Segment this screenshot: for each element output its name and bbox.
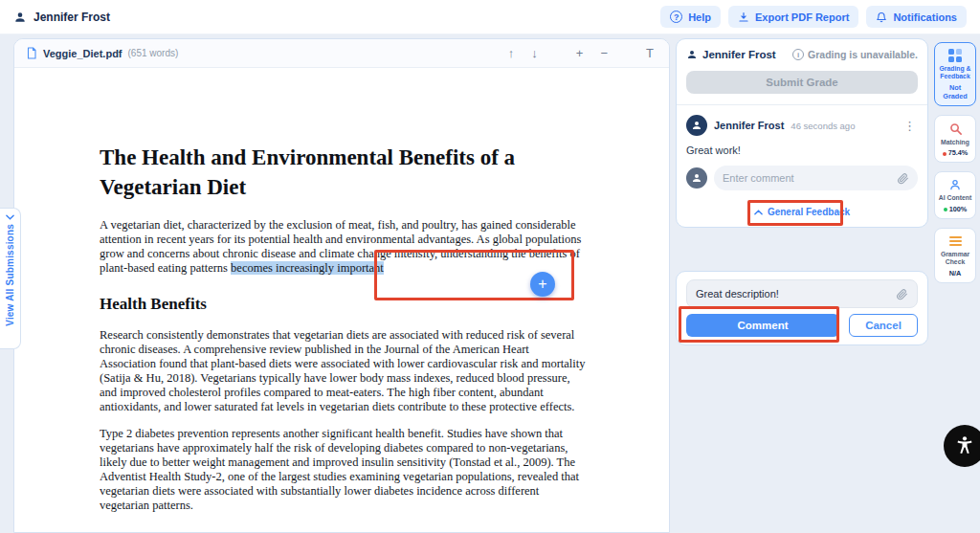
comment-input-pill	[714, 166, 918, 190]
help-button[interactable]: ? Help	[660, 6, 721, 28]
rail-item-ai-content[interactable]: AI Content 100%	[934, 171, 976, 218]
document-panel: Veggie_Diet.pdf (651 words) ↑ ↓ + − T Th…	[13, 38, 670, 533]
document-paragraph-3: Type 2 diabetes prevention represents an…	[100, 427, 587, 513]
rail-label: AI Content	[937, 194, 973, 202]
magnifier-icon	[937, 122, 973, 136]
new-comment-card: Comment Cancel	[676, 271, 928, 345]
ai-person-icon	[937, 178, 973, 191]
matching-status-dot	[943, 152, 947, 156]
text-selection-highlight[interactable]: becomes increasingly important	[231, 261, 384, 275]
rail-label: Grammar Check	[937, 251, 973, 267]
rail-item-matching[interactable]: Matching 75.4%	[934, 115, 976, 163]
download-icon	[738, 11, 749, 23]
document-title: The Health and Environmental Benefits of…	[100, 143, 587, 202]
accessibility-icon	[953, 434, 976, 457]
comment-menu-button[interactable]: ⋮	[902, 120, 918, 132]
help-label: Help	[688, 11, 711, 23]
view-all-submissions-label: View All Submissions	[5, 224, 15, 326]
help-icon: ?	[670, 11, 682, 23]
grading-feedback-card: Jennifer Frost i Grading is unavailable.…	[676, 38, 928, 228]
user-icon	[13, 11, 27, 24]
document-tools: ↑ ↓ + − T	[504, 46, 657, 60]
comment-text: Great work!	[686, 144, 918, 156]
submit-grade-button[interactable]: Submit Grade	[686, 71, 918, 94]
zoom-out-button[interactable]: −	[596, 46, 612, 60]
grading-status-text: Grading is unavailable.	[808, 49, 918, 60]
current-user-avatar	[686, 167, 707, 189]
paperclip-icon[interactable]	[897, 172, 909, 185]
rail-label: Matching	[937, 139, 973, 146]
chevron-down-icon	[6, 214, 14, 220]
comment-input[interactable]	[723, 172, 891, 184]
text-tool-button[interactable]: T	[642, 46, 657, 60]
comment-header: Jennifer Frost 46 seconds ago ⋮	[686, 115, 918, 136]
document-word-count: (651 words)	[128, 48, 179, 58]
rail-value: 100%	[937, 205, 973, 213]
topbar: Jennifer Frost ? Help Export PDF Report …	[0, 0, 980, 34]
cancel-button[interactable]: Cancel	[849, 314, 918, 337]
user-menu[interactable]: Jennifer Frost	[13, 11, 110, 24]
export-label: Export PDF Report	[755, 11, 849, 23]
comment-button[interactable]: Comment	[686, 314, 839, 337]
comment-input-row	[686, 166, 918, 190]
rail-value: N/A	[937, 269, 973, 278]
general-feedback-toggle[interactable]: General Feedback	[686, 207, 918, 217]
topbar-user-name: Jennifer Frost	[33, 11, 110, 24]
chevron-up-icon	[754, 210, 763, 215]
notifications-button[interactable]: Notifications	[866, 6, 967, 28]
scroll-up-button[interactable]: ↑	[504, 46, 519, 60]
rail-value: Not Graded	[937, 83, 973, 100]
bell-icon	[876, 11, 887, 23]
add-comment-plus-button[interactable]: +	[530, 272, 555, 297]
export-pdf-report-button[interactable]: Export PDF Report	[728, 6, 858, 28]
info-icon: i	[792, 49, 804, 60]
new-comment-actions: Comment Cancel	[686, 314, 918, 337]
topbar-actions: ? Help Export PDF Report Notifications	[660, 6, 967, 28]
document-paragraph-2: Research consistently demonstrates that …	[100, 328, 587, 414]
tools-rail: Grading & Feedback Not Graded Matching 7…	[934, 42, 976, 292]
rail-value: 75.4%	[937, 148, 973, 157]
zoom-in-button[interactable]: +	[572, 46, 588, 60]
accessibility-button[interactable]	[944, 425, 980, 467]
document-paragraph-1: A vegetarian diet, characterized by the …	[100, 218, 587, 276]
comment-timestamp: 46 seconds ago	[791, 121, 855, 131]
comment-author-name: Jennifer Frost	[714, 120, 784, 131]
rail-item-grammar-check[interactable]: Grammar Check N/A	[934, 228, 976, 283]
document-heading-health-benefits: Health Benefits	[100, 295, 587, 314]
rail-item-grading-feedback[interactable]: Grading & Feedback Not Graded	[934, 42, 976, 106]
paperclip-icon[interactable]	[896, 288, 908, 300]
document-filename: Veggie_Diet.pdf	[43, 48, 122, 59]
grammar-list-icon	[937, 234, 973, 248]
document-toolbar: Veggie_Diet.pdf (651 words) ↑ ↓ + − T	[14, 39, 669, 68]
ai-status-dot	[944, 208, 947, 211]
rail-label: Grading & Feedback	[937, 65, 973, 81]
grader-name: Jennifer Frost	[702, 49, 776, 60]
document-content: The Health and Environmental Benefits of…	[14, 68, 669, 513]
scroll-down-button[interactable]: ↓	[527, 46, 542, 60]
comment-author-avatar	[686, 115, 707, 136]
pdf-file-icon	[26, 47, 37, 59]
divider	[677, 104, 927, 105]
view-all-submissions-tab[interactable]: View All Submissions	[0, 208, 21, 349]
general-feedback-label: General Feedback	[768, 207, 850, 217]
grading-grid-icon	[937, 49, 973, 62]
notifications-label: Notifications	[893, 11, 957, 23]
new-comment-input-box	[686, 279, 918, 308]
grader-user-icon	[686, 49, 698, 60]
new-comment-input[interactable]	[696, 288, 890, 300]
grading-header: Jennifer Frost i Grading is unavailable.	[686, 47, 918, 62]
